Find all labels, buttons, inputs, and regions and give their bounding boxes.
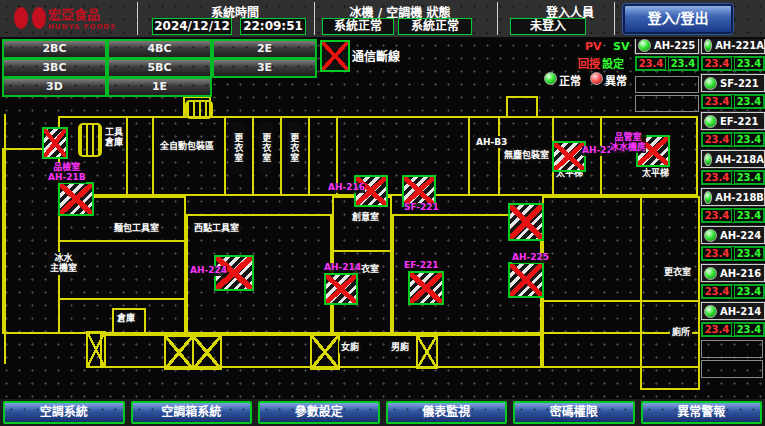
login-logout-button[interactable]: 登入/登出 [623, 4, 733, 34]
equipment-values: 23.4 23.4 [701, 56, 765, 71]
room-label: 西點工具室 [192, 222, 241, 234]
nav-button-param-settings[interactable]: 參數設定 [258, 401, 380, 424]
comm-fail-marker[interactable] [552, 141, 586, 172]
wall [224, 118, 226, 194]
equipment-unit-ah-221a: AH-221A 23.4 23.4 [701, 36, 765, 71]
room-label: 太平梯 [640, 167, 671, 179]
equipment-unit-ah-216: AH-216 23.4 23.4 [701, 264, 765, 299]
system-clock-value: 22:09:51 [240, 18, 306, 35]
equipment-values: 23.4 23.4 [701, 284, 765, 299]
sv-value: 23.4 [734, 95, 764, 108]
comm-fail-marker[interactable] [58, 182, 94, 216]
device-label: EF-221 [404, 261, 439, 271]
status-led-icon [704, 305, 717, 318]
nav-button-password-auth[interactable]: 密碼權限 [513, 401, 635, 424]
comm-fail-marker[interactable] [508, 203, 544, 241]
pv-value: 23.4 [702, 133, 732, 146]
room-label: 冰水 主機室 [48, 252, 79, 275]
logo-shape-right [32, 7, 46, 29]
equipment-values: 23.4 23.4 [701, 94, 765, 109]
floor-button-4bc[interactable]: 4BC [107, 39, 212, 59]
bottom-nav-bar: 空調系統 空調箱系統 參數設定 儀表監視 密碼權限 異常警報 [0, 399, 765, 426]
elevator-icon [185, 100, 213, 119]
nav-button-ahu-system[interactable]: 空調箱系統 [131, 401, 253, 424]
equipment-values: 23.4 23.4 [701, 322, 765, 337]
room-label: 廁所 [670, 326, 692, 338]
setpoint-label: 設定 [602, 55, 624, 71]
stairwell-x-icon [310, 334, 340, 370]
device-label: 品管室 冰水機房 [610, 133, 646, 153]
feedback-label: 回授 [578, 55, 600, 71]
header-divider [497, 2, 498, 35]
status-led-icon [638, 39, 651, 52]
device-label: AH-225 [512, 253, 549, 263]
sv-label: SV [613, 40, 629, 53]
equipment-values: 23.4 23.4 [635, 56, 699, 71]
equipment-unit-sf-221: SF-221 23.4 23.4 [701, 74, 765, 109]
equipment-button-ah-224[interactable]: AH-224 [701, 226, 765, 244]
comm-fail-marker[interactable] [508, 262, 544, 298]
logo-shape-left [14, 7, 28, 29]
floor-button-1e[interactable]: 1E [107, 77, 212, 97]
equipment-button-ef-221[interactable]: EF-221 [701, 112, 765, 130]
nav-button-alarm[interactable]: 異常警報 [641, 401, 763, 424]
status-led-icon [704, 77, 717, 90]
header-divider [614, 2, 615, 35]
equipment-unit-ah-218b: AH-218B 23.4 23.4 [701, 188, 765, 223]
wall [280, 118, 282, 194]
wall [468, 118, 470, 194]
wall [600, 118, 602, 194]
pv-value: 23.4 [702, 285, 732, 298]
comm-fail-marker[interactable] [42, 127, 68, 159]
equipment-button-sf-221[interactable]: SF-221 [701, 74, 765, 92]
wall [60, 240, 184, 242]
equipment-values: 23.4 23.4 [701, 170, 765, 185]
abnormal-led-icon [590, 72, 603, 85]
comm-fail-marker[interactable] [408, 271, 444, 305]
header-bar: 宏亞食品 HUNYA FOODS 系統時間 2024/12/12 22:09:5… [0, 0, 765, 39]
pv-value: 23.4 [702, 247, 732, 260]
equipment-unit-ef-221: EF-221 23.4 23.4 [701, 112, 765, 147]
floor-button-2bc[interactable]: 2BC [2, 39, 107, 59]
floor-button-5bc[interactable]: 5BC [107, 58, 212, 78]
device-label: AH-216 [328, 183, 365, 193]
pv-value: 23.4 [702, 57, 732, 70]
room-label: 全自動包裝區 [158, 140, 216, 152]
floor-button-3d[interactable]: 3D [2, 77, 107, 97]
equipment-name: AH-225 [654, 40, 695, 51]
floor-button-2e[interactable]: 2E [212, 39, 317, 59]
equipment-name: AH-214 [720, 306, 761, 317]
equipment-name: AH-216 [720, 268, 761, 279]
device-label: SF-221 [404, 203, 439, 213]
equipment-values: 23.4 23.4 [701, 132, 765, 147]
wall [506, 96, 538, 118]
status-led-icon [704, 115, 717, 128]
floor-button-3bc[interactable]: 3BC [2, 58, 107, 78]
floor-button-3e[interactable]: 3E [212, 58, 317, 78]
wall [126, 118, 128, 194]
room-label: 更衣室 [662, 266, 693, 278]
pv-value: 23.4 [702, 323, 732, 336]
comm-fail-marker[interactable] [324, 273, 358, 305]
equipment-button-ah-218a[interactable]: AH-218A [701, 150, 765, 168]
equipment-button-ah-216[interactable]: AH-216 [701, 264, 765, 282]
wall [4, 114, 6, 364]
status-led-icon [704, 39, 712, 52]
nav-button-meter-monitor[interactable]: 儀表監視 [386, 401, 508, 424]
sv-value: 23.4 [734, 57, 764, 70]
wall [152, 118, 154, 194]
status-led-icon [704, 267, 717, 280]
equipment-name: EF-221 [720, 116, 758, 127]
ahu-status-value: 系統正常 [398, 18, 472, 35]
room-label: 麵包工具室 [112, 222, 161, 234]
empty-slot [701, 360, 763, 378]
sv-value: 23.4 [734, 285, 764, 298]
equipment-unit-ah-218a: AH-218A 23.4 23.4 [701, 150, 765, 185]
pv-value: 23.4 [636, 57, 666, 70]
wall [640, 196, 700, 390]
equipment-button-ah-214[interactable]: AH-214 [701, 302, 765, 320]
nav-button-ac-system[interactable]: 空調系統 [3, 401, 125, 424]
sv-value: 23.4 [734, 133, 764, 146]
sv-value: 23.4 [734, 171, 764, 184]
equipment-button-ah-218b[interactable]: AH-218B [701, 188, 765, 206]
